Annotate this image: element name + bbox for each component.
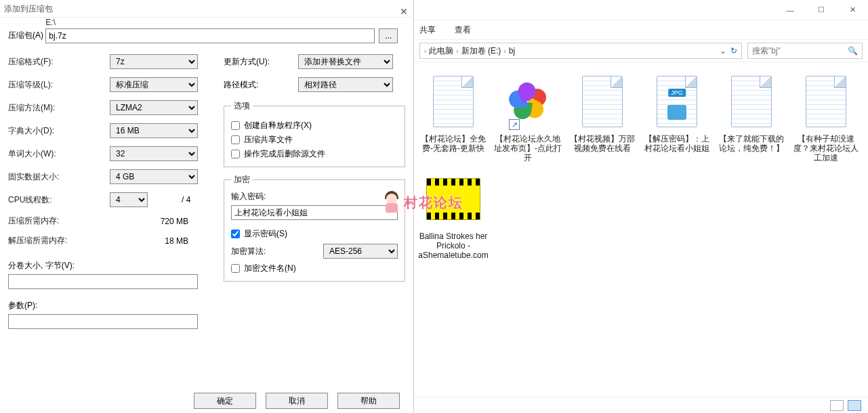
ok-button[interactable]: 确定 xyxy=(194,393,256,409)
options-legend: 选项 xyxy=(231,100,253,112)
tab-share[interactable]: 共享 xyxy=(419,24,436,36)
mem-comp-label: 压缩所需内存: xyxy=(8,215,110,227)
params-input[interactable] xyxy=(8,314,198,329)
crumb-this-pc[interactable]: 此电脑 xyxy=(429,45,453,57)
chevron-down-icon[interactable]: ⌄ xyxy=(720,46,726,56)
pinwheel-icon xyxy=(508,81,548,122)
chevron-right-icon: › xyxy=(456,47,458,55)
dialog-titlebar: 添加到压缩包 ✕ xyxy=(0,0,413,18)
document-icon xyxy=(582,76,623,127)
maximize-button[interactable]: ☐ xyxy=(806,0,837,20)
document-icon xyxy=(806,76,846,127)
threads-label: CPU线程数: xyxy=(8,194,110,206)
split-label: 分卷大小, 字节(V): xyxy=(8,260,211,271)
format-label: 压缩格式(F): xyxy=(8,56,110,68)
file-item[interactable]: 【有种子却没速度？来村花论坛人工加速 xyxy=(791,70,861,162)
password-label: 输入密码: xyxy=(231,191,398,202)
file-item[interactable]: Ballina Strokes her Prickolo - aShemalet… xyxy=(418,168,489,260)
dialog-title-text: 添加到压缩包 xyxy=(4,4,53,14)
threads-select[interactable]: 4 xyxy=(110,192,148,207)
chevron-right-icon: › xyxy=(503,47,505,55)
jpg-icon: JPG xyxy=(657,76,697,127)
encrypt-names-checkbox[interactable]: 加密文件名(N) xyxy=(231,263,398,274)
word-select[interactable]: 32 xyxy=(110,146,198,161)
add-to-archive-dialog: 添加到压缩包 ✕ 压缩包(A) E:\ ... 压缩格式(F):7z 压缩等级(… xyxy=(0,0,414,413)
close-button[interactable]: ✕ xyxy=(837,0,868,20)
video-icon xyxy=(426,178,480,220)
document-icon xyxy=(731,76,772,127)
threads-max: / 4 xyxy=(148,195,190,204)
update-select[interactable]: 添加并替换文件 xyxy=(298,54,393,69)
cancel-button[interactable]: 取消 xyxy=(266,393,328,409)
level-select[interactable]: 标准压缩 xyxy=(110,77,198,92)
solid-select[interactable]: 4 GB xyxy=(110,169,198,184)
mem-decomp-label: 解压缩所需内存: xyxy=(8,235,110,246)
options-group: 选项 创建自释放程序(X) 压缩共享文件 操作完成后删除源文件 xyxy=(224,100,405,167)
encryption-legend: 加密 xyxy=(231,174,253,186)
icons-view-icon[interactable] xyxy=(848,400,861,411)
file-grid: 【村花论坛】全免费-无套路-更新快 ↗【村花论坛永久地址发布页】-点此打开 【村… xyxy=(414,62,868,268)
delete-after-checkbox[interactable]: 操作完成后删除源文件 xyxy=(231,148,398,160)
archive-label: 压缩包(A) xyxy=(8,18,43,41)
status-bar xyxy=(414,397,868,413)
enc-algo-label: 加密算法: xyxy=(231,246,323,257)
crumb-drive[interactable]: 新加卷 (E:) xyxy=(461,45,501,57)
method-label: 压缩方法(M): xyxy=(8,102,110,114)
params-label: 参数(P): xyxy=(8,300,211,311)
file-explorer: ― ☐ ✕ 共享 查看 › 此电脑 › 新加卷 (E:) › bj ⌄ ↻ 搜索… xyxy=(414,0,868,413)
dict-select[interactable]: 16 MB xyxy=(110,123,198,138)
refresh-icon[interactable]: ↻ xyxy=(730,46,737,56)
file-item[interactable]: JPG【解压密码】：上村花论坛看小姐姐 xyxy=(642,70,712,162)
format-select[interactable]: 7z xyxy=(110,54,198,69)
method-select[interactable]: LZMA2 xyxy=(110,100,198,115)
help-button[interactable]: 帮助 xyxy=(337,393,400,409)
mem-decomp-value: 18 MB xyxy=(110,236,191,246)
mem-comp-value: 720 MB xyxy=(110,217,191,226)
pathmode-select[interactable]: 相对路径 xyxy=(298,77,393,92)
search-input[interactable]: 搜索"bj" 🔍 xyxy=(747,43,863,59)
sfx-checkbox[interactable]: 创建自释放程序(X) xyxy=(231,120,398,131)
chevron-right-icon: › xyxy=(424,47,426,55)
enc-algo-select[interactable]: AES-256 xyxy=(323,244,398,259)
update-label: 更新方式(U): xyxy=(224,56,298,68)
shared-checkbox[interactable]: 压缩共享文件 xyxy=(231,134,398,146)
file-item[interactable]: 【来了就能下载的论坛，纯免费！】 xyxy=(716,70,787,162)
encryption-group: 加密 输入密码: 显示密码(S) 加密算法:AES-256 加密文件名(N) xyxy=(224,174,405,282)
archive-name-input[interactable] xyxy=(45,28,375,43)
tab-view[interactable]: 查看 xyxy=(455,24,471,36)
file-item[interactable]: 【村花论坛】全免费-无套路-更新快 xyxy=(418,70,489,162)
minimize-button[interactable]: ― xyxy=(774,0,806,20)
crumb-folder[interactable]: bj xyxy=(509,46,515,56)
browse-button[interactable]: ... xyxy=(379,28,398,43)
search-placeholder: 搜索"bj" xyxy=(752,45,781,57)
file-item[interactable]: 【村花视频】万部视频免费在线看 xyxy=(567,70,638,162)
split-input[interactable] xyxy=(8,274,198,289)
shortcut-arrow-icon: ↗ xyxy=(509,119,520,130)
show-password-checkbox[interactable]: 显示密码(S) xyxy=(231,228,398,240)
details-view-icon[interactable] xyxy=(830,400,844,411)
pathmode-label: 路径模式: xyxy=(224,79,298,91)
password-input[interactable] xyxy=(231,205,398,220)
document-icon xyxy=(433,76,474,127)
solid-label: 固实数据大小: xyxy=(8,171,110,183)
word-label: 单词大小(W): xyxy=(8,148,110,160)
archive-path-hint: E:\ xyxy=(45,18,398,27)
file-item[interactable]: ↗【村花论坛永久地址发布页】-点此打开 xyxy=(493,70,563,162)
level-label: 压缩等级(L): xyxy=(8,79,110,91)
search-icon: 🔍 xyxy=(848,46,858,56)
dict-label: 字典大小(D): xyxy=(8,125,110,137)
close-icon[interactable]: ✕ xyxy=(400,3,408,20)
address-bar[interactable]: › 此电脑 › 新加卷 (E:) › bj ⌄ ↻ xyxy=(419,43,742,59)
ribbon-tabs: 共享 查看 xyxy=(414,20,868,39)
window-controls: ― ☐ ✕ xyxy=(414,0,868,20)
